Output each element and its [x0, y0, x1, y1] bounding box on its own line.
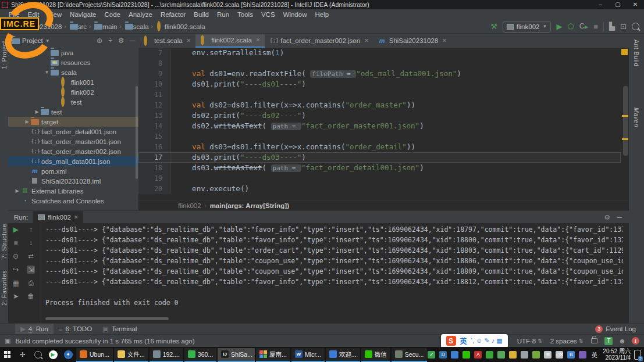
menu-item-run[interactable]: Run: [213, 11, 233, 18]
line-number[interactable]: 16: [138, 142, 171, 152]
line-number[interactable]: 17: [138, 152, 171, 163]
tool-window-tab-ant-build[interactable]: Ant Build: [633, 40, 640, 67]
taskbar-app-ubun[interactable]: Ubun...: [76, 348, 113, 362]
nvidia-icon[interactable]: [532, 351, 540, 359]
tree-item-pom-xml[interactable]: mpom.xml: [8, 166, 138, 176]
restore-layout-icon[interactable]: ↪: [13, 266, 19, 274]
bottom-tab-terminal[interactable]: ▣Terminal: [97, 324, 142, 335]
taskbar-app-micr[interactable]: WMicr...: [291, 348, 325, 362]
line-number[interactable]: 13: [138, 110, 171, 121]
nav-crumb[interactable]: ShiSai20231028›: [5, 23, 69, 30]
blue-app-icon[interactable]: [451, 351, 458, 359]
tab-close-icon[interactable]: ✕: [442, 38, 447, 44]
hide-panel-icon[interactable]: ─: [130, 37, 135, 45]
line-number[interactable]: 8: [138, 58, 171, 69]
line-number[interactable]: 14: [138, 121, 171, 131]
wifi-icon[interactable]: ≋: [544, 351, 552, 359]
line-number[interactable]: 19: [138, 173, 171, 184]
close-button[interactable]: ✕: [627, 0, 644, 9]
tree-item-test[interactable]: ▶test: [8, 107, 138, 117]
tree-arrow-icon[interactable]: ▶: [33, 109, 41, 114]
tree-item-external-libraries[interactable]: ▶‖‖External Libraries: [8, 186, 138, 196]
menu-item-view[interactable]: View: [43, 11, 66, 18]
coverage-button[interactable]: C▶: [579, 22, 589, 31]
print-icon[interactable]: ⎙: [28, 279, 34, 287]
project-panel-title[interactable]: Project: [22, 37, 43, 44]
collapse-all-icon[interactable]: ÷: [108, 37, 112, 45]
run-config-dropdown[interactable]: flink002 ▼: [503, 21, 552, 33]
gradle-face-icon[interactable]: ☻: [618, 337, 626, 345]
editor-area[interactable]: test.scala✕flink002.scala✕{;}fact_order_…: [138, 34, 629, 210]
nav-crumb[interactable]: src›: [70, 23, 94, 30]
soft-wrap-icon[interactable]: ⮂: [28, 252, 34, 260]
editor-scrollbar[interactable]: [623, 86, 628, 156]
menu-item-code[interactable]: Code: [100, 11, 124, 18]
menu-item-refactor[interactable]: Refactor: [156, 11, 190, 18]
tree-item-java[interactable]: java: [8, 48, 138, 58]
editor-tab-test-scala[interactable]: test.scala✕: [138, 34, 195, 48]
pinwheel-icon[interactable]: ✣: [15, 347, 30, 362]
run-settings-gear-icon[interactable]: ⚙: [604, 213, 610, 221]
tree-item-ods-mall-data001-json[interactable]: {;}ods_mall_data001.json: [8, 156, 138, 166]
tool-window-tab-maven[interactable]: Maven: [633, 107, 640, 127]
run-button[interactable]: ▶: [556, 23, 562, 31]
profiler-icon[interactable]: ▙: [609, 23, 615, 31]
taskbar-app-[interactable]: 文件...: [114, 348, 148, 362]
run-anything-icon[interactable]: ⊡: [620, 23, 627, 31]
line-number[interactable]: 7: [138, 48, 171, 58]
tab-close-icon[interactable]: ✕: [187, 38, 191, 44]
locate-file-icon[interactable]: ⊕: [97, 37, 102, 45]
bottom-tab-todo[interactable]: ≡6: TODO: [54, 324, 97, 335]
ime-icons[interactable]: ’, ☺ ✎ ♪ ▦: [471, 337, 503, 345]
tree-arrow-icon[interactable]: ▶: [13, 188, 21, 193]
dell-icon[interactable]: D: [439, 351, 447, 359]
green-dot-icon[interactable]: [486, 351, 493, 359]
run-hide-icon[interactable]: ─: [617, 214, 622, 221]
line-number[interactable]: 15: [138, 131, 171, 142]
adobe-icon[interactable]: A: [474, 351, 482, 359]
tree-arrow-icon[interactable]: ▶: [23, 119, 31, 124]
taskbar-clock[interactable]: 20:52 周六2023/11/4: [603, 348, 631, 361]
tool-window-tab-favorites[interactable]: 2: Favorites: [1, 270, 8, 306]
up-stack-trace-icon[interactable]: ↑: [29, 225, 33, 234]
code-viewport[interactable]: 7 env.setParallelism(1)89 val ds01=env.r…: [138, 48, 621, 200]
ime-toolbar[interactable]: S 英 ’, ☺ ✎ ♪ ▦: [441, 334, 508, 348]
console-output[interactable]: ----ds01----> {"database":"ds_realtime_d…: [45, 224, 623, 324]
tree-item-target[interactable]: ▶target: [8, 117, 138, 127]
line-number[interactable]: 9: [138, 69, 171, 79]
nav-crumb[interactable]: flink002.scala: [156, 23, 205, 30]
volume-muted-icon[interactable]: ◁✕: [556, 351, 563, 359]
bluetooth-icon[interactable]: B: [567, 351, 575, 359]
line-number[interactable]: 20: [138, 184, 171, 194]
menu-item-analyze[interactable]: Analyze: [124, 11, 156, 18]
wechat-tray-icon[interactable]: [462, 351, 470, 359]
sogou-logo-icon[interactable]: S: [446, 336, 456, 346]
tree-item-fact-order-master001-json[interactable]: {;}fact_order_master001.json: [8, 137, 138, 146]
video-app-icon[interactable]: ▶: [45, 347, 61, 362]
event-log[interactable]: 3 Event Log: [595, 325, 636, 333]
tree-item-flink001[interactable]: flink001: [8, 77, 138, 87]
tab-close-icon[interactable]: ✕: [364, 38, 369, 44]
tree-item-resources[interactable]: resources: [8, 58, 138, 67]
tree-item-shisai20231028-iml[interactable]: ShiSai20231028.iml: [8, 176, 138, 186]
menu-item-window[interactable]: Window: [279, 11, 311, 18]
menu-item-navigate[interactable]: Navigate: [66, 11, 100, 18]
taskbar-app-360[interactable]: 360...: [184, 348, 216, 362]
gold-shield-icon[interactable]: [509, 351, 517, 359]
readonly-lock-icon[interactable]: [591, 338, 597, 343]
line-number[interactable]: 11: [138, 89, 171, 100]
menu-item-tools[interactable]: Tools: [233, 11, 257, 18]
minimize-button[interactable]: –: [592, 0, 609, 9]
tool-window-tab-project[interactable]: 1: Project: [1, 41, 8, 69]
action-center-icon[interactable]: 2: [634, 350, 641, 360]
editor-tab-fact-order-master002-json[interactable]: {;}fact_order_master002.json✕: [265, 34, 373, 48]
taskbar-app-secu[interactable]: Secu...: [392, 348, 428, 362]
editor-tab-shisai20231028[interactable]: mShiSai20231028✕: [373, 34, 451, 48]
run-tab-close-icon[interactable]: ✕: [74, 214, 79, 220]
taskbar-app-[interactable]: 微信: [361, 348, 390, 362]
menu-item-help[interactable]: Help: [311, 11, 333, 18]
editor-tab-flink002-scala[interactable]: flink002.scala✕: [195, 34, 265, 48]
tree-item-test[interactable]: test: [8, 97, 138, 107]
tree-item-scala[interactable]: ▼scala: [8, 67, 138, 77]
build-hammer-icon[interactable]: ⚒: [490, 23, 497, 31]
